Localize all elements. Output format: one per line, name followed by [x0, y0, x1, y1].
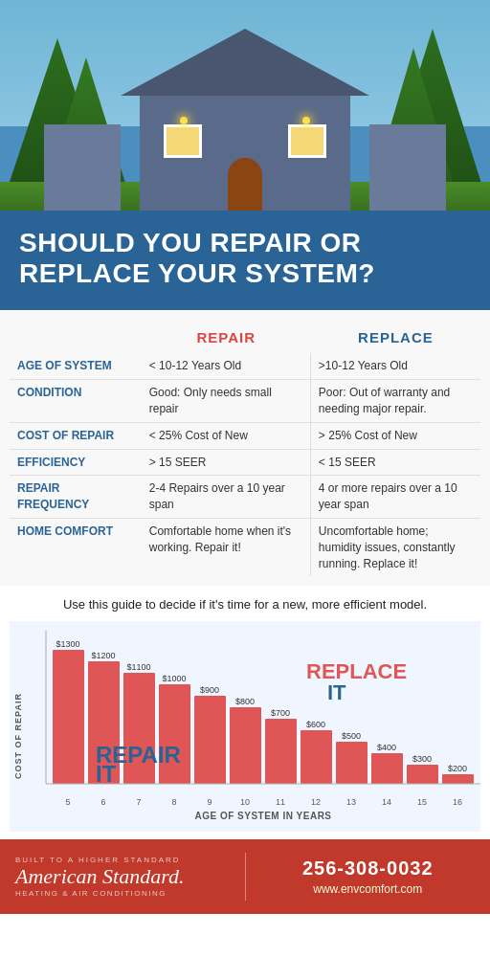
svg-text:10: 10	[240, 797, 250, 807]
row-label: AGE OF SYSTEM	[10, 353, 142, 379]
header-section: SHOULD YOU REPAIR OR REPLACE YOUR SYSTEM…	[0, 211, 490, 310]
chart-svg: COST OF REPAIR $1300 5 $1200 6	[10, 621, 480, 832]
svg-text:5: 5	[65, 797, 70, 807]
replace-it-label: REPLACE	[306, 659, 407, 683]
svg-rect-11	[159, 684, 190, 784]
svg-text:$800: $800	[235, 697, 255, 706]
brand-name: American Standard.	[15, 866, 230, 887]
svg-text:$900: $900	[200, 685, 219, 695]
page-title: SHOULD YOU REPAIR OR REPLACE YOUR SYSTEM…	[19, 228, 471, 289]
comparison-section: REPAIR REPLACE AGE OF SYSTEM < 10-12 Yea…	[0, 310, 490, 586]
svg-rect-17	[230, 707, 261, 784]
row-label: HOME COMFORT	[10, 518, 142, 576]
svg-rect-20	[265, 719, 297, 784]
svg-text:COST OF REPAIR: COST OF REPAIR	[13, 693, 23, 779]
repair-value: 2-4 Repairs over a 10 year span	[142, 475, 311, 518]
svg-text:14: 14	[382, 797, 391, 807]
footer-divider	[245, 853, 246, 901]
svg-text:15: 15	[417, 797, 427, 807]
table-row: CONDITION Good: Only needs small repair …	[10, 379, 480, 422]
built-to-label: BUILT TO A HIGHER STANDARD	[15, 856, 230, 864]
svg-text:7: 7	[136, 797, 141, 807]
svg-text:IT: IT	[96, 761, 117, 787]
table-row: HOME COMFORT Comfortable home when it's …	[10, 518, 480, 576]
svg-text:16: 16	[453, 797, 462, 807]
replace-header: REPLACE	[311, 325, 480, 353]
svg-text:$400: $400	[377, 743, 396, 752]
svg-text:12: 12	[311, 797, 321, 807]
replace-value: >10-12 Years Old	[311, 353, 480, 379]
chart-guide-text: Use this guide to decide if it's time fo…	[10, 597, 480, 612]
svg-text:AGE OF SYSTEM IN YEARS: AGE OF SYSTEM IN YEARS	[194, 811, 331, 821]
svg-text:11: 11	[276, 797, 285, 807]
row-label: COST OF REPAIR	[10, 422, 142, 449]
svg-text:IT: IT	[327, 680, 346, 704]
chart-container: COST OF REPAIR $1300 5 $1200 6	[10, 621, 480, 832]
svg-text:$200: $200	[448, 764, 467, 773]
table-row: REPAIR FREQUENCY 2-4 Repairs over a 10 y…	[10, 475, 480, 518]
replace-value: > 25% Cost of New	[311, 422, 480, 449]
svg-rect-35	[442, 774, 474, 784]
replace-value: < 15 SEER	[311, 449, 480, 476]
table-row: AGE OF SYSTEM < 10-12 Years Old >10-12 Y…	[10, 353, 480, 379]
svg-text:$300: $300	[412, 754, 432, 764]
svg-text:9: 9	[207, 797, 212, 807]
svg-rect-23	[301, 730, 332, 784]
website-url: www.envcomfort.com	[261, 882, 476, 896]
row-label: CONDITION	[10, 379, 142, 422]
footer: BUILT TO A HIGHER STANDARD American Stan…	[0, 839, 490, 914]
svg-text:$600: $600	[306, 720, 325, 729]
svg-rect-26	[336, 742, 368, 784]
svg-rect-2	[53, 650, 84, 784]
heating-label: HEATING & AIR CONDITIONING	[15, 889, 230, 898]
footer-contact: 256-308-0032 www.envcomfort.com	[261, 858, 476, 896]
svg-text:$1100: $1100	[126, 662, 150, 672]
house-image	[0, 0, 490, 211]
svg-text:$500: $500	[342, 731, 361, 741]
phone-number: 256-308-0032	[261, 858, 476, 880]
row-label: REPAIR FREQUENCY	[10, 475, 142, 518]
svg-text:8: 8	[171, 797, 176, 807]
svg-rect-14	[194, 696, 226, 784]
repair-value: < 25% Cost of New	[142, 422, 311, 449]
repair-value: > 15 SEER	[142, 449, 311, 476]
svg-rect-32	[407, 765, 438, 784]
svg-text:$1300: $1300	[56, 639, 79, 649]
repair-value: < 10-12 Years Old	[142, 353, 311, 379]
replace-value: Uncomfortable home; humidity issues, con…	[311, 518, 480, 576]
row-label: EFFICIENCY	[10, 449, 142, 476]
table-row: COST OF REPAIR < 25% Cost of New > 25% C…	[10, 422, 480, 449]
footer-brand: BUILT TO A HIGHER STANDARD American Stan…	[15, 856, 230, 898]
replace-value: Poor: Out of warranty and needing major …	[311, 379, 480, 422]
repair-value: Comfortable home when it's working. Repa…	[142, 518, 311, 576]
svg-text:$1200: $1200	[91, 651, 115, 660]
comparison-table: REPAIR REPLACE AGE OF SYSTEM < 10-12 Yea…	[10, 325, 480, 576]
repair-value: Good: Only needs small repair	[142, 379, 311, 422]
svg-rect-29	[371, 753, 403, 784]
svg-text:$700: $700	[271, 708, 290, 718]
svg-text:$1000: $1000	[162, 674, 186, 683]
repair-header: REPAIR	[142, 325, 311, 353]
chart-section: Use this guide to decide if it's time fo…	[0, 586, 490, 839]
svg-text:6: 6	[100, 797, 105, 807]
table-row: EFFICIENCY > 15 SEER < 15 SEER	[10, 449, 480, 476]
svg-text:13: 13	[346, 797, 356, 807]
replace-value: 4 or more repairs over a 10 year span	[311, 475, 480, 518]
